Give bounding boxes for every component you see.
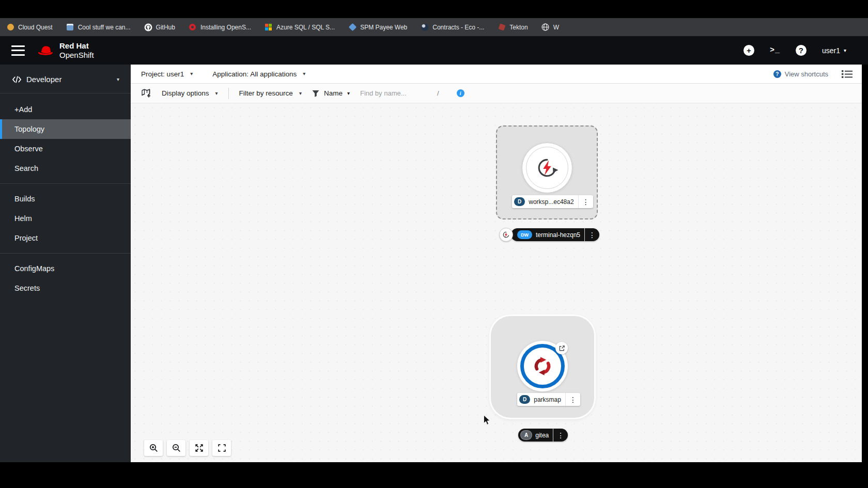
view-shortcuts-label: View shortcuts <box>785 70 828 78</box>
bookmark-installing-openshift[interactable]: Installing OpenS... <box>189 23 251 32</box>
workspace-node-inner <box>526 147 568 189</box>
caret-down-icon: ▾ <box>347 91 350 96</box>
zoom-out-button[interactable] <box>167 440 185 456</box>
sidebar-item-builds[interactable]: Builds <box>0 189 131 209</box>
zoom-in-button[interactable] <box>144 440 163 456</box>
kebab-menu-icon[interactable]: ⋮ <box>584 228 599 241</box>
caret-down-icon: ▾ <box>117 77 119 82</box>
bookmark-spm-payee[interactable]: SPM Payee Web <box>348 23 407 32</box>
bookmark-w[interactable]: W <box>541 23 559 32</box>
folder-icon <box>66 23 74 32</box>
web-terminal-button[interactable]: >_ <box>770 46 780 55</box>
bookmark-label: Cloud Quest <box>18 24 53 31</box>
perspective-switcher[interactable]: Developer ▾ <box>0 65 131 93</box>
help-button[interactable]: ? <box>796 45 807 56</box>
external-link-icon <box>559 345 565 352</box>
node-name: parksmap <box>534 396 565 403</box>
caret-down-icon: ▾ <box>844 48 846 53</box>
brand-line-2: OpenShift <box>59 51 94 59</box>
sidebar-item-search[interactable]: Search <box>0 159 131 178</box>
terminal-node-label[interactable]: DW terminal-hezqn5 ⋮ <box>511 228 599 241</box>
che-workspace-icon <box>535 156 559 180</box>
kebab-menu-icon[interactable]: ⋮ <box>553 429 568 442</box>
view-shortcuts-link[interactable]: ? View shortcuts <box>773 70 828 78</box>
workspace-node[interactable] <box>522 143 572 193</box>
bookmark-contracts[interactable]: Contracts - Eco -... <box>421 23 484 32</box>
terminal-node-decorator[interactable] <box>499 228 513 242</box>
sidebar-item-add[interactable]: +Add <box>0 100 131 119</box>
openshift-icon <box>189 23 197 32</box>
globe-icon <box>541 23 550 32</box>
filter-by-resource-dropdown[interactable]: Filter by resource ▾ <box>239 89 302 97</box>
find-by-name-input[interactable] <box>360 89 425 97</box>
bookmark-tekton[interactable]: Tekton <box>498 23 528 32</box>
sidebar-item-project[interactable]: Project <box>0 228 131 248</box>
contracts-icon <box>421 23 429 32</box>
sidebar-divider <box>0 183 131 184</box>
bookmark-cloud-quest[interactable]: Cloud Quest <box>6 23 53 32</box>
cloud-quest-icon <box>6 23 14 32</box>
bookmark-github[interactable]: GitHub <box>144 23 175 32</box>
topology-toolbar: Display options ▾ Filter by resource ▾ N… <box>131 84 862 103</box>
bookmark-label: GitHub <box>156 24 175 31</box>
resource-badge-application: A <box>521 431 532 439</box>
redhat-openshift-logo: Red Hat OpenShift <box>36 41 94 59</box>
browser-bookmarks-bar: Cloud Quest Cool stuff we can... GitHub … <box>0 18 868 36</box>
reset-view-button[interactable] <box>212 440 231 456</box>
sidebar-item-helm[interactable]: Helm <box>0 209 131 228</box>
question-circle-icon: ? <box>773 70 781 78</box>
bookmark-cool-stuff[interactable]: Cool stuff we can... <box>66 23 131 32</box>
user-menu[interactable]: user1 ▾ <box>822 46 846 55</box>
list-view-toggle[interactable] <box>842 70 853 78</box>
topology-canvas[interactable]: D worksp...ec48a2 ⋮ DW terminal-hezqn5 ⋮ <box>131 103 862 462</box>
kebab-menu-icon[interactable]: ⋮ <box>578 195 593 208</box>
caret-down-icon: ▾ <box>299 91 302 96</box>
hamburger-menu-icon[interactable] <box>11 45 25 56</box>
open-url-decorator[interactable] <box>555 342 568 354</box>
kebab-menu-icon[interactable]: ⋮ <box>565 393 580 406</box>
node-name: worksp...ec48a2 <box>529 198 578 206</box>
export-application-button[interactable] <box>141 88 151 98</box>
info-circle-icon[interactable]: i <box>457 89 464 97</box>
che-terminal-icon <box>502 231 510 239</box>
quick-create-button[interactable]: + <box>743 45 754 56</box>
sidebar-item-configmaps[interactable]: ConfigMaps <box>0 259 131 278</box>
screen: Cloud Quest Cool stuff we can... GitHub … <box>0 0 868 488</box>
name-filter-dropdown[interactable]: Name ▾ <box>312 89 350 97</box>
gitea-node-label[interactable]: A gitea ⋮ <box>518 429 568 442</box>
shortcut-key-hint: / <box>437 89 439 97</box>
spm-icon <box>348 23 357 32</box>
application-dropdown-label: Application: All applications <box>212 70 297 78</box>
bookmark-label: W <box>553 24 559 31</box>
terminal-icon: >_ <box>770 46 780 55</box>
display-options-dropdown[interactable]: Display options ▾ <box>162 89 218 97</box>
caret-down-icon: ▾ <box>303 71 305 76</box>
github-icon <box>144 23 152 32</box>
sidebar-item-observe[interactable]: Observe <box>0 139 131 159</box>
bookmark-label: Cool stuff we can... <box>78 24 131 31</box>
bookmark-label: Contracts - Eco -... <box>432 24 484 31</box>
caret-down-icon: ▾ <box>190 71 193 76</box>
canvas-controls <box>144 440 231 456</box>
resource-badge-deployment: D <box>519 395 530 404</box>
fit-to-screen-button[interactable] <box>190 440 208 456</box>
parksmap-node-label[interactable]: D parksmap ⋮ <box>517 393 580 406</box>
filter-funnel-icon <box>312 90 319 97</box>
context-bar: Project: user1 ▾ Application: All applic… <box>131 65 862 84</box>
workspace-node-label[interactable]: D worksp...ec48a2 ⋮ <box>512 195 593 208</box>
display-options-label: Display options <box>162 89 209 97</box>
reset-view-icon <box>218 444 226 452</box>
node-name: gitea <box>535 432 553 439</box>
bookmark-label: Tekton <box>509 24 528 31</box>
brand-line-1: Red Hat <box>59 41 94 50</box>
user-name: user1 <box>822 46 840 55</box>
application-dropdown[interactable]: Application: All applications ▾ <box>212 70 305 78</box>
perspective-label: Developer <box>26 75 61 84</box>
tekton-icon <box>498 23 506 32</box>
plus-circle-icon: + <box>743 45 754 56</box>
sidebar-item-secrets[interactable]: Secrets <box>0 278 131 298</box>
caret-down-icon: ▾ <box>215 91 218 96</box>
project-dropdown[interactable]: Project: user1 ▾ <box>141 70 193 78</box>
sidebar-item-topology[interactable]: Topology <box>0 119 131 139</box>
bookmark-azure-sql[interactable]: Azure SQL / SQL S... <box>265 23 335 32</box>
